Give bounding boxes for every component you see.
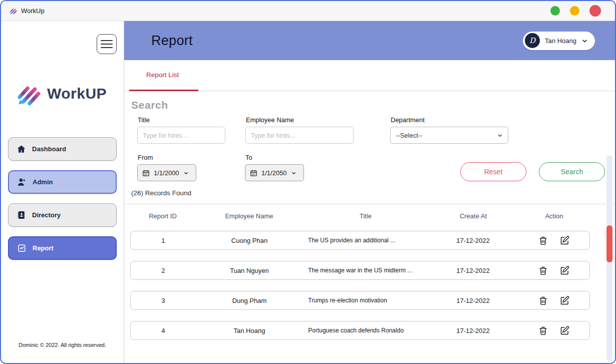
- from-label: From: [138, 154, 196, 161]
- tabbar: Report List: [124, 60, 615, 91]
- cell-create-at: 17-12-2022: [428, 237, 518, 244]
- table-header: Report ID Employee Name Title Create At …: [130, 212, 615, 220]
- sidebar-item-admin[interactable]: Admin: [8, 170, 117, 194]
- user-menu[interactable]: D Tan Hoang: [523, 32, 595, 50]
- cell-employee-name: Tan Hoang: [196, 327, 303, 334]
- cell-report-id: 4: [131, 327, 196, 334]
- window-close-button[interactable]: [589, 5, 601, 17]
- chevron-down-icon: [497, 133, 503, 138]
- brand: WorkUP: [15, 80, 107, 107]
- edit-icon[interactable]: [559, 295, 570, 306]
- cell-title: Portuguese coach defends Ronaldo: [303, 327, 428, 334]
- avatar: D: [525, 33, 540, 48]
- cell-report-id: 1: [131, 237, 196, 244]
- cell-report-id: 3: [131, 297, 196, 304]
- delete-icon[interactable]: [538, 235, 548, 246]
- delete-icon[interactable]: [538, 265, 548, 276]
- report-chart-icon: [17, 243, 27, 253]
- edit-icon[interactable]: [559, 265, 570, 276]
- titlebar: WorkUp: [1, 1, 615, 21]
- sidebar-item-report[interactable]: Report: [8, 236, 117, 260]
- column-header-create-at: Create At: [428, 212, 518, 220]
- table-row: 3 Dung Pham Trumps re-election motivatio…: [130, 291, 590, 310]
- workup-logo-text: WorkUP: [47, 85, 107, 102]
- cell-report-id: 2: [131, 267, 196, 274]
- employee-name-input[interactable]: [245, 127, 354, 144]
- cell-employee-name: Dung Pham: [196, 297, 303, 304]
- employee-name-label: Employee Name: [246, 116, 354, 124]
- calendar-icon: [142, 169, 150, 177]
- sidebar-item-label: Dashboard: [32, 145, 66, 153]
- column-header-report-id: Report ID: [130, 212, 195, 220]
- search-fields-row-1: Title Employee Name Department --Select-…: [131, 116, 605, 144]
- sidebar-item-dashboard[interactable]: Dashboard: [8, 137, 117, 161]
- tab-active-indicator: [129, 90, 198, 91]
- sidebar: WorkUP Dashboard Admin: [1, 21, 124, 364]
- search-button[interactable]: Search: [539, 162, 605, 181]
- from-date-picker[interactable]: 1/1/2000: [137, 164, 196, 181]
- cell-title: Trumps re-election motivation: [303, 297, 428, 304]
- vertical-scrollbar[interactable]: [606, 155, 612, 361]
- from-date-value: 1/1/2000: [154, 169, 179, 177]
- search-section: Search Title Employee Name Department --…: [124, 91, 615, 181]
- table-row: 1 Cuong Phan The US provides an addition…: [130, 231, 590, 250]
- to-date-picker[interactable]: 1/1/2050: [245, 164, 304, 181]
- delete-icon[interactable]: [538, 325, 548, 336]
- window-title: WorkUp: [21, 7, 45, 15]
- department-select[interactable]: --Select--: [390, 127, 508, 144]
- sidebar-item-label: Admin: [33, 178, 53, 186]
- sidebar-nav: Dashboard Admin Directory: [8, 137, 117, 260]
- search-heading: Search: [131, 99, 605, 111]
- contacts-book-icon: [17, 210, 26, 220]
- records-count: (26) Records Found: [124, 189, 615, 204]
- scrollbar-thumb[interactable]: [606, 225, 612, 262]
- to-label: To: [245, 154, 304, 161]
- department-label: Department: [391, 116, 508, 124]
- table-row: 4 Tan Hoang Portuguese coach defends Ron…: [130, 321, 590, 340]
- reset-button[interactable]: Reset: [460, 162, 526, 181]
- calendar-icon: [250, 169, 257, 177]
- cell-employee-name: Tuan Nguyen: [196, 267, 303, 274]
- workup-logo-icon: [15, 80, 42, 107]
- title-input[interactable]: [137, 127, 225, 144]
- cell-create-at: 17-12-2022: [428, 297, 518, 304]
- main-content: Report D Tan Hoang Report List Search T: [124, 21, 615, 364]
- chevron-down-icon: [581, 38, 588, 44]
- page-title: Report: [151, 33, 193, 49]
- column-header-action: Action: [518, 212, 590, 220]
- page-header: Report D Tan Hoang: [124, 21, 615, 60]
- delete-icon[interactable]: [538, 295, 548, 306]
- cell-create-at: 17-12-2022: [428, 327, 518, 334]
- column-header-employee-name: Employee Name: [195, 212, 303, 220]
- chevron-down-icon: [291, 170, 296, 176]
- person-icon: [17, 177, 27, 187]
- column-header-title: Title: [303, 212, 428, 220]
- user-name: Tan Hoang: [545, 37, 576, 45]
- cell-employee-name: Cuong Phan: [196, 237, 303, 244]
- sidebar-item-directory[interactable]: Directory: [8, 203, 117, 227]
- table-row: 2 Tuan Nguyen The message war in the US …: [130, 261, 590, 280]
- edit-icon[interactable]: [559, 325, 570, 336]
- copyright-text: Dominic © 2022. All rights reserved.: [1, 342, 124, 348]
- window-restore-button[interactable]: [570, 6, 579, 16]
- department-select-value: --Select--: [396, 132, 422, 139]
- menu-toggle-button[interactable]: [97, 34, 117, 54]
- sidebar-item-label: Directory: [32, 211, 61, 219]
- to-date-value: 1/1/2050: [261, 169, 287, 177]
- search-fields-row-2: From 1/1/2000 To: [131, 154, 605, 181]
- app-window: WorkUp: [0, 0, 616, 364]
- home-icon: [17, 144, 26, 154]
- chevron-down-icon: [183, 170, 189, 176]
- report-table: Report ID Employee Name Title Create At …: [124, 212, 615, 340]
- sidebar-item-label: Report: [33, 244, 54, 252]
- tab-report-list[interactable]: Report List: [146, 71, 179, 79]
- cell-create-at: 17-12-2022: [428, 267, 518, 274]
- cell-title: The message war in the US midterm ...: [303, 267, 428, 274]
- window-minimize-button[interactable]: [550, 6, 560, 16]
- title-label: Title: [138, 116, 225, 124]
- edit-icon[interactable]: [559, 235, 570, 246]
- app-logo-icon: [9, 7, 18, 15]
- cell-title: The US provides an additional ...: [303, 237, 428, 244]
